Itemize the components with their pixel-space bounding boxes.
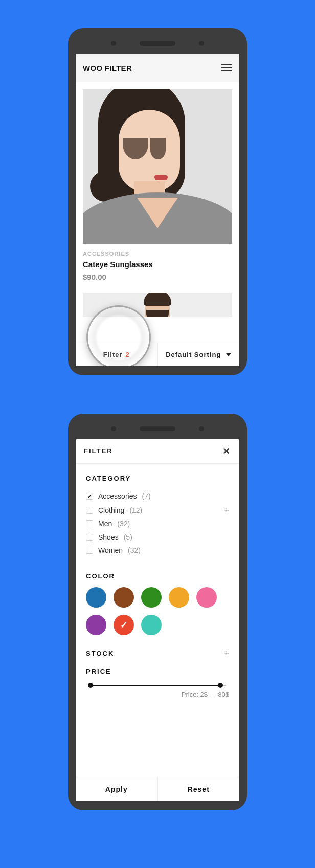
filter-header: FILTER ✕ bbox=[76, 439, 239, 464]
price-slider[interactable] bbox=[89, 685, 226, 686]
category-label: Clothing bbox=[98, 506, 124, 514]
category-label: Accessories bbox=[98, 492, 137, 500]
category-count: (32) bbox=[128, 546, 141, 554]
filter-title: FILTER bbox=[84, 447, 113, 455]
reset-label: Reset bbox=[188, 785, 210, 793]
category-count: (32) bbox=[117, 520, 130, 528]
checkbox[interactable] bbox=[86, 507, 93, 514]
shop-content: ACCESSORIES Cateye Sunglasses $90.00 bbox=[76, 82, 239, 324]
phone-frame-bottom: FILTER ✕ CATEGORY Accessories(7)Clothing… bbox=[68, 414, 247, 810]
color-swatches bbox=[86, 587, 229, 635]
color-swatch-pink[interactable] bbox=[196, 587, 217, 608]
checkbox[interactable] bbox=[86, 547, 93, 554]
checkbox[interactable] bbox=[86, 493, 93, 500]
top-bar: WOO FILTER bbox=[76, 54, 239, 82]
color-swatch-orange[interactable] bbox=[169, 587, 189, 608]
filter-count-badge: 2 bbox=[126, 351, 130, 358]
menu-icon[interactable] bbox=[221, 64, 232, 71]
checkbox[interactable] bbox=[86, 534, 93, 541]
sort-label: Default Sorting bbox=[166, 351, 221, 358]
color-swatch-green[interactable] bbox=[141, 587, 162, 608]
category-count: (5) bbox=[124, 533, 132, 541]
shop-bottom-bar: Filter 2 Default Sorting bbox=[76, 343, 239, 366]
checkbox[interactable] bbox=[86, 520, 93, 527]
shop-screen: WOO FILTER ACCESSORIES Cat bbox=[76, 54, 239, 366]
product-title: Cateye Sunglasses bbox=[83, 260, 232, 269]
price-readout: Price: 2$ — 80$ bbox=[86, 691, 229, 698]
category-row[interactable]: Men(32) bbox=[86, 517, 229, 531]
slider-handle-min[interactable] bbox=[88, 683, 93, 688]
apply-label: Apply bbox=[105, 785, 128, 793]
category-label: Women bbox=[98, 546, 123, 554]
category-label: Shoes bbox=[98, 533, 119, 541]
apply-button[interactable]: Apply bbox=[76, 777, 158, 801]
color-section-title: COLOR bbox=[86, 572, 229, 580]
category-list: Accessories(7)Clothing(12)+Men(32)Shoes(… bbox=[86, 490, 229, 557]
plus-icon: + bbox=[224, 505, 229, 515]
stock-section-title: STOCK bbox=[86, 649, 114, 657]
chevron-down-icon bbox=[226, 353, 231, 356]
category-row[interactable]: Clothing(12)+ bbox=[86, 503, 229, 517]
product-card-peek[interactable] bbox=[83, 293, 232, 317]
filter-body: CATEGORY Accessories(7)Clothing(12)+Men(… bbox=[76, 464, 239, 698]
category-label: Men bbox=[98, 520, 112, 528]
category-row[interactable]: Women(32) bbox=[86, 544, 229, 557]
product-category: ACCESSORIES bbox=[83, 251, 232, 257]
price-section: PRICE Price: 2$ — 80$ bbox=[86, 668, 229, 698]
color-swatch-brown[interactable] bbox=[114, 587, 134, 608]
filter-footer: Apply Reset bbox=[76, 777, 239, 801]
product-price: $90.00 bbox=[83, 273, 232, 281]
color-swatch-teal[interactable] bbox=[141, 615, 162, 635]
slider-handle-max[interactable] bbox=[218, 683, 223, 688]
product-card[interactable]: ACCESSORIES Cateye Sunglasses $90.00 bbox=[83, 89, 232, 281]
category-section-title: CATEGORY bbox=[86, 475, 229, 483]
filter-label: Filter bbox=[103, 351, 123, 358]
portrait-illustration bbox=[83, 89, 232, 244]
product-image bbox=[83, 89, 232, 244]
color-swatch-purple[interactable] bbox=[86, 615, 106, 635]
sort-dropdown[interactable]: Default Sorting bbox=[158, 343, 240, 366]
phone-sensors bbox=[68, 38, 247, 49]
reset-button[interactable]: Reset bbox=[158, 777, 240, 801]
category-row[interactable]: Accessories(7) bbox=[86, 490, 229, 503]
close-icon[interactable]: ✕ bbox=[222, 446, 231, 457]
color-swatch-blue[interactable] bbox=[86, 587, 106, 608]
phone-frame-top: WOO FILTER ACCESSORIES Cat bbox=[68, 28, 247, 375]
filter-button[interactable]: Filter 2 bbox=[76, 343, 158, 366]
stock-section[interactable]: STOCK + bbox=[86, 648, 229, 658]
filter-screen: FILTER ✕ CATEGORY Accessories(7)Clothing… bbox=[76, 439, 239, 801]
plus-icon: + bbox=[224, 648, 229, 658]
price-section-title: PRICE bbox=[86, 668, 229, 676]
category-row[interactable]: Shoes(5) bbox=[86, 531, 229, 544]
phone-sensors bbox=[68, 424, 247, 434]
category-count: (7) bbox=[142, 492, 150, 500]
app-logo: WOO FILTER bbox=[83, 64, 132, 73]
color-swatch-red[interactable] bbox=[114, 615, 134, 635]
category-count: (12) bbox=[129, 506, 142, 514]
